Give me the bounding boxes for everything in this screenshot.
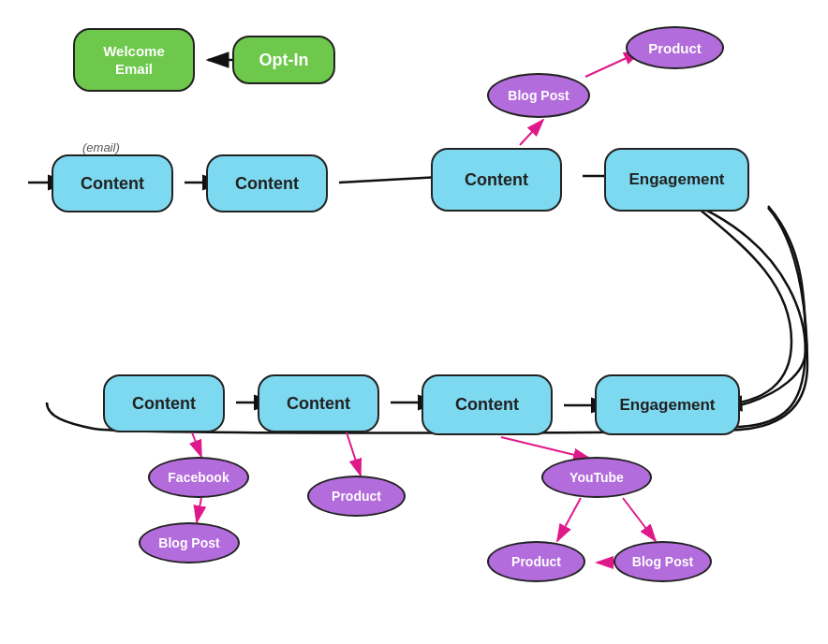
engagement-node-2: Engagement	[595, 374, 740, 435]
product-node-3: Product	[487, 541, 585, 582]
content-node-4: Content	[103, 374, 225, 432]
opt-in-node: Opt-In	[232, 36, 335, 84]
content-node-1: Content	[52, 154, 173, 212]
email-label: (email)	[82, 140, 120, 154]
content-node-2: Content	[206, 154, 328, 212]
product-node-1: Product	[626, 26, 724, 69]
svg-line-14	[192, 432, 201, 457]
svg-line-18	[557, 498, 581, 541]
svg-line-15	[197, 498, 201, 522]
welcome-email-node: WelcomeEmail	[73, 28, 195, 92]
svg-line-17	[501, 437, 590, 459]
content-node-5: Content	[258, 374, 379, 432]
facebook-node: Facebook	[148, 457, 249, 498]
svg-line-16	[347, 432, 361, 476]
engagement-node-1: Engagement	[604, 148, 749, 212]
diagram-container: WelcomeEmail Opt-In (email) Content Cont…	[0, 0, 828, 644]
content-node-3: Content	[431, 148, 562, 212]
content-node-6: Content	[421, 374, 553, 435]
product-node-2: Product	[307, 476, 406, 517]
blog-post-node-1: Blog Post	[487, 73, 590, 118]
blog-post-node-2: Blog Post	[139, 522, 240, 564]
blog-post-node-3: Blog Post	[614, 541, 712, 582]
youtube-node: YouTube	[541, 457, 652, 498]
svg-line-9	[520, 120, 543, 145]
svg-line-19	[623, 498, 656, 541]
arrows-svg	[0, 0, 828, 644]
